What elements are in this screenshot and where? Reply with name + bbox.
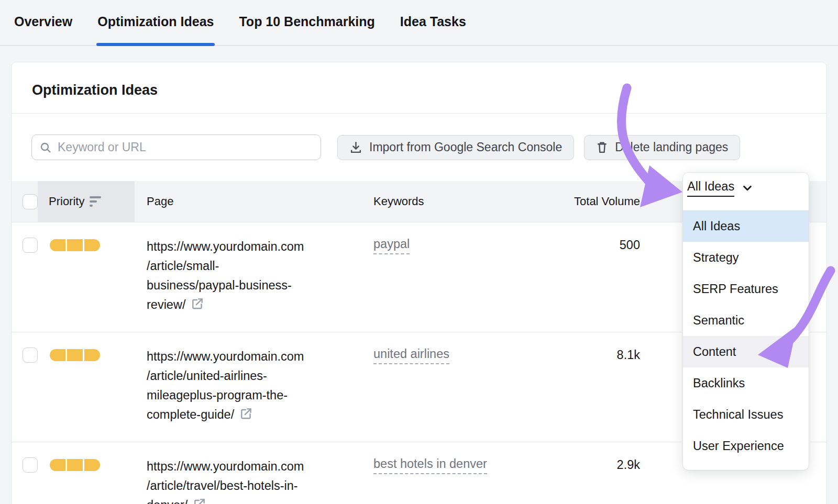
page-url: https://www.yourdomain.com /article/smal… [135, 237, 362, 316]
delete-landing-pages-button[interactable]: Delete landing pages [584, 135, 740, 160]
toolbar: Import from Google Search Console Delete… [12, 114, 826, 181]
import-gsc-button[interactable]: Import from Google Search Console [337, 135, 574, 160]
priority-indicator-high [38, 239, 135, 251]
url-line: https://www.yourdomain.com [147, 237, 362, 256]
url-line: /article/united-airlines- [147, 366, 362, 386]
external-link-icon[interactable] [191, 297, 204, 316]
page-url: https://www.yourdomain.com /article/unit… [135, 347, 362, 426]
ideas-filter-trigger[interactable]: All Ideas [683, 173, 809, 203]
keyword-link[interactable]: paypal [373, 237, 410, 254]
url-line: https://www.yourdomain.com [147, 457, 362, 476]
keyword-link[interactable]: best hotels in denver [373, 457, 487, 474]
filter-item-technical-issues[interactable]: Technical Issues [683, 399, 809, 430]
page-url: https://www.yourdomain.com /article/trav… [135, 457, 362, 504]
search-box[interactable] [31, 135, 321, 160]
url-line: business/paypal-business- [147, 276, 362, 295]
priority-indicator-high [38, 349, 135, 361]
column-header-total-volume[interactable]: Total Volume [520, 195, 640, 208]
url-line: complete-guide/ [147, 408, 234, 421]
filter-item-backlinks[interactable]: Backlinks [683, 367, 809, 399]
tab-optimization-ideas[interactable]: Optimization Ideas [97, 14, 214, 45]
tab-overview[interactable]: Overview [14, 14, 72, 45]
row-checkbox[interactable] [23, 457, 38, 473]
search-input[interactable] [58, 140, 313, 154]
row-checkbox[interactable] [23, 238, 38, 253]
filter-item-strategy[interactable]: Strategy [683, 242, 809, 273]
filter-item-all-ideas[interactable]: All Ideas [683, 210, 809, 242]
sort-descending-icon [90, 196, 101, 207]
import-gsc-label: Import from Google Search Console [369, 140, 562, 154]
filter-item-semantic[interactable]: Semantic [683, 305, 809, 336]
ideas-filter-dropdown: All Ideas All Ideas Strategy SERP Featur… [683, 173, 809, 470]
external-link-icon[interactable] [193, 497, 206, 504]
chevron-down-icon [742, 182, 753, 194]
priority-header-label: Priority [49, 195, 84, 208]
filter-item-user-experience[interactable]: User Experience [683, 430, 809, 462]
filter-item-serp-features[interactable]: SERP Features [683, 273, 809, 305]
total-volume-value: 8.1k [520, 347, 640, 362]
select-all-checkbox[interactable] [23, 194, 38, 209]
priority-indicator-high [38, 459, 135, 471]
keyword-link[interactable]: united airlines [373, 347, 449, 364]
total-volume-value: 500 [520, 237, 640, 252]
url-line: mileageplus-program-the- [147, 386, 362, 405]
filter-item-content[interactable]: Content [683, 336, 809, 367]
row-checkbox[interactable] [23, 348, 38, 363]
url-line: /article/travel/best-hotels-in- [147, 476, 362, 496]
total-volume-value: 2.9k [520, 457, 640, 472]
url-line: https://www.yourdomain.com [147, 347, 362, 366]
download-icon [349, 141, 362, 154]
column-header-page: Page [135, 195, 362, 208]
delete-landing-pages-label: Delete landing pages [615, 140, 728, 154]
search-icon [39, 141, 52, 154]
url-line: review/ [147, 298, 185, 311]
ideas-filter-menu: All Ideas Strategy SERP Features Semanti… [683, 203, 809, 470]
tab-bar: Overview Optimization Ideas Top 10 Bench… [0, 0, 838, 46]
page-title: Optimization Ideas [12, 62, 826, 113]
external-link-icon[interactable] [239, 407, 253, 426]
tab-top-10-benchmarking[interactable]: Top 10 Benchmarking [239, 14, 374, 45]
tab-idea-tasks[interactable]: Idea Tasks [400, 14, 466, 45]
column-header-keywords: Keywords [362, 195, 520, 208]
ideas-filter-trigger-label: All Ideas [687, 180, 734, 197]
url-line: denver/ [147, 498, 188, 504]
column-header-priority[interactable]: Priority [38, 181, 135, 222]
url-line: /article/small- [147, 256, 362, 276]
trash-icon [596, 141, 608, 154]
